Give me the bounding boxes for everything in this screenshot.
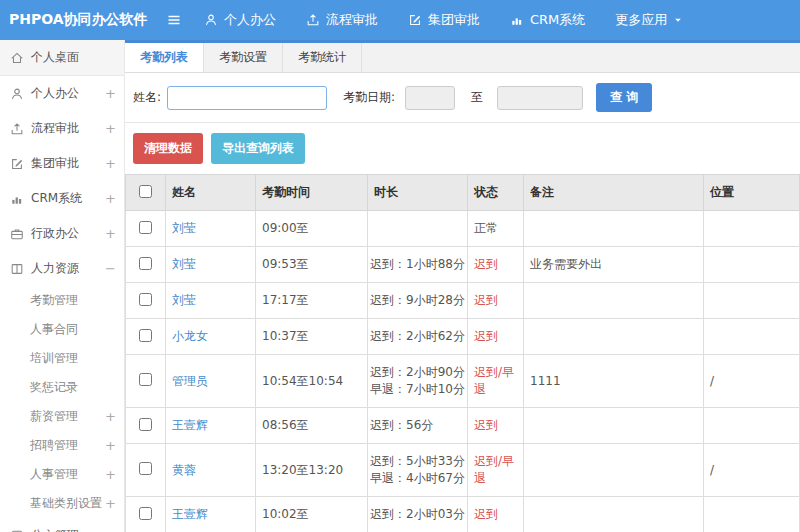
- row-checkbox[interactable]: [139, 329, 152, 342]
- expand-toggle[interactable]: +: [105, 439, 116, 452]
- sidebar-subitem[interactable]: 基础类别设置+: [0, 489, 124, 518]
- table-header-row: 姓名考勤时间时长状态备注位置: [126, 175, 800, 211]
- topnav-item[interactable]: 个人办公: [204, 11, 276, 29]
- name-link[interactable]: 小龙女: [172, 329, 208, 343]
- document-icon: [10, 529, 24, 532]
- header-checkbox-cell: [126, 175, 166, 211]
- topnav-item[interactable]: 流程审批: [306, 11, 378, 29]
- topnav-item[interactable]: CRM系统: [510, 11, 585, 29]
- sidebar-item-label: 人力资源: [31, 260, 79, 277]
- user-icon: [204, 13, 218, 27]
- tab-active[interactable]: 考勤列表: [125, 43, 204, 72]
- status-cell: 迟到/早退: [468, 444, 524, 497]
- sidebar-item[interactable]: 流程审批+: [0, 111, 124, 146]
- status-badge: 迟到: [474, 257, 498, 271]
- menu-icon[interactable]: [166, 12, 182, 28]
- name-link[interactable]: 黄蓉: [172, 463, 196, 477]
- column-header: 考勤时间: [256, 175, 368, 211]
- user-icon: [10, 87, 24, 101]
- expand-toggle[interactable]: +: [105, 410, 116, 423]
- row-checkbox[interactable]: [139, 293, 152, 306]
- tabbar: 考勤列表考勤设置考勤统计: [125, 43, 800, 73]
- name-cell: 王壹辉: [166, 497, 256, 532]
- sidebar-subitem[interactable]: 考勤管理: [0, 286, 124, 315]
- topnav-item[interactable]: 集团审批: [408, 11, 480, 29]
- name-link[interactable]: 管理员: [172, 374, 208, 388]
- status-badge: 迟到/早退: [474, 365, 514, 396]
- search-button[interactable]: 查 询: [596, 83, 652, 112]
- expand-toggle[interactable]: +: [105, 468, 116, 481]
- sidebar-item[interactable]: 人力资源−: [0, 251, 124, 286]
- name-link[interactable]: 刘莹: [172, 221, 196, 235]
- sidebar-subitem[interactable]: 薪资管理+: [0, 402, 124, 431]
- expand-toggle[interactable]: +: [105, 192, 116, 205]
- sidebar-item[interactable]: 公文管理+: [0, 518, 124, 532]
- row-checkbox[interactable]: [139, 507, 152, 520]
- sidebar-item-label: 公文管理: [31, 527, 79, 532]
- remark-cell: 业务需要外出: [524, 247, 704, 283]
- name-cell: 王壹辉: [166, 408, 256, 444]
- sidebar-item[interactable]: 个人桌面: [0, 40, 124, 76]
- status-badge: 迟到/早退: [474, 454, 514, 485]
- sidebar-subitem[interactable]: 培训管理: [0, 344, 124, 373]
- checkbox-cell: [126, 319, 166, 355]
- name-link[interactable]: 王壹辉: [172, 507, 208, 521]
- row-checkbox[interactable]: [139, 462, 152, 475]
- sidebar-item[interactable]: 行政办公+: [0, 216, 124, 251]
- table-row: 管理员10:54至10:54迟到：2小时90分早退：7小时10分迟到/早退111…: [126, 355, 800, 408]
- tab-item[interactable]: 考勤统计: [283, 43, 362, 72]
- sidebar-subitem[interactable]: 人事管理+: [0, 460, 124, 489]
- name-link[interactable]: 刘莹: [172, 257, 196, 271]
- location-cell: [704, 247, 800, 283]
- row-checkbox[interactable]: [139, 257, 152, 270]
- checkbox-cell: [126, 497, 166, 532]
- topnav-item[interactable]: 更多应用: [615, 11, 683, 29]
- expand-toggle[interactable]: −: [105, 262, 116, 275]
- status-cell: 迟到/早退: [468, 355, 524, 408]
- name-cell: 小龙女: [166, 319, 256, 355]
- date-from-input[interactable]: [405, 86, 455, 110]
- sidebar-item[interactable]: CRM系统+: [0, 181, 124, 216]
- name-link[interactable]: 刘莹: [172, 293, 196, 307]
- sidebar-subitem[interactable]: 招聘管理+: [0, 431, 124, 460]
- app-title: PHPOA协同办公软件: [0, 11, 158, 29]
- topnav-label: 更多应用: [615, 11, 667, 29]
- name-input[interactable]: [167, 86, 327, 110]
- expand-toggle[interactable]: +: [105, 122, 116, 135]
- sidebar-item[interactable]: 集团审批+: [0, 146, 124, 181]
- name-link[interactable]: 王壹辉: [172, 418, 208, 432]
- tab-item[interactable]: 考勤设置: [204, 43, 283, 72]
- sidebar-subitem-label: 基础类别设置: [30, 495, 102, 512]
- status-badge: 迟到: [474, 507, 498, 521]
- expand-toggle[interactable]: +: [105, 157, 116, 170]
- location-cell: [704, 211, 800, 247]
- row-checkbox[interactable]: [139, 373, 152, 386]
- chart-icon: [10, 192, 24, 206]
- expand-toggle[interactable]: +: [105, 227, 116, 240]
- attendance-table-wrap: 姓名考勤时间时长状态备注位置 刘莹09:00至正常刘莹09:53至迟到：1小时8…: [125, 174, 800, 532]
- status-badge: 正常: [474, 221, 498, 235]
- topnav-label: 流程审批: [326, 11, 378, 29]
- time-cell: 09:00至: [256, 211, 368, 247]
- row-checkbox[interactable]: [139, 418, 152, 431]
- select-all-checkbox[interactable]: [139, 185, 152, 198]
- sidebar-subitem[interactable]: 人事合同: [0, 315, 124, 344]
- sidebar-subitem-label: 奖惩记录: [30, 379, 78, 396]
- expand-toggle[interactable]: +: [105, 497, 116, 510]
- duration-cell: 迟到：2小时62分: [368, 319, 468, 355]
- duration-line: 迟到：9小时28分: [370, 292, 465, 309]
- row-checkbox[interactable]: [139, 221, 152, 234]
- checkbox-cell: [126, 444, 166, 497]
- export-list-button[interactable]: 导出查询列表: [211, 133, 305, 164]
- sidebar-item[interactable]: 个人办公+: [0, 76, 124, 111]
- expand-toggle[interactable]: +: [105, 87, 116, 100]
- status-badge: 迟到: [474, 293, 498, 307]
- caret-down-icon: [673, 15, 683, 25]
- table-body: 刘莹09:00至正常刘莹09:53至迟到：1小时88分迟到业务需要外出刘莹17:…: [126, 211, 800, 532]
- location-cell: [704, 408, 800, 444]
- clean-data-button[interactable]: 清理数据: [133, 133, 203, 164]
- date-to-input[interactable]: [497, 86, 583, 110]
- duration-line: 迟到：5小时33分: [370, 453, 465, 470]
- column-header: 位置: [704, 175, 800, 211]
- sidebar-subitem[interactable]: 奖惩记录: [0, 373, 124, 402]
